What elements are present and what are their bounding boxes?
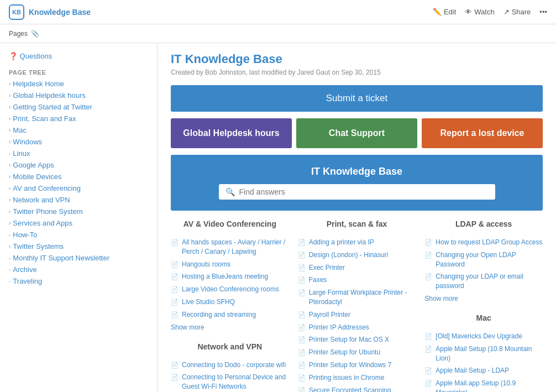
sidebar-item-twitter-phone[interactable]: › Twitter Phone System	[0, 206, 157, 217]
ldap-show-more[interactable]: Show more	[424, 292, 458, 305]
arrow-icon: -	[9, 266, 11, 273]
arrow-icon: ›	[9, 185, 11, 191]
share-button[interactable]: ↗ Share	[503, 8, 531, 16]
list-item[interactable]: 📄Printer Setup for Windows 7	[298, 359, 416, 372]
sidebar-questions[interactable]: ❓ Questions	[0, 50, 157, 65]
list-item[interactable]: 📄Printer IP Addresses	[298, 321, 416, 334]
submit-ticket-banner[interactable]: Submit a ticket	[171, 85, 543, 112]
arrow-icon: ›	[9, 116, 11, 122]
doc-icon: 📄	[171, 273, 179, 281]
list-item[interactable]: 📄Exec Printer	[298, 262, 416, 274]
sidebar-item-mac[interactable]: › Mac	[0, 124, 157, 136]
arrow-icon: ›	[9, 104, 11, 110]
av-show-more[interactable]: Show more	[171, 321, 204, 333]
col-print: Print, scan & fax 📄Adding a printer via …	[298, 219, 416, 392]
more-button[interactable]: •••	[539, 8, 547, 16]
sidebar: ❓ Questions PAGE TREE › Helpdesk Home › …	[0, 43, 158, 392]
sidebar-item-newsletter[interactable]: - Monthly IT Support Newsletter	[0, 252, 157, 264]
arrow-icon: ›	[9, 139, 11, 145]
print-category-title: Print, scan & fax	[298, 219, 416, 231]
col-av-network: AV & Video Conferencing 📄 All hands spac…	[171, 219, 289, 392]
list-item[interactable]: 📄Apple Mail Setup - LDAP	[424, 364, 543, 377]
list-item[interactable]: 📄 Hangouts rooms	[171, 258, 289, 271]
doc-icon: 📄	[171, 238, 179, 247]
list-item[interactable]: 📄Design (London) - Hinasuri	[298, 249, 416, 262]
sidebar-item-print-scan-fax[interactable]: › Print, Scan and Fax	[0, 113, 157, 124]
edit-button[interactable]: ✏️ Edit	[433, 8, 456, 16]
sidebar-item-getting-started[interactable]: › Getting Started at Twitter	[0, 101, 157, 113]
doc-icon: 📄	[298, 276, 306, 284]
kb-search-box[interactable]: 🔍	[219, 184, 495, 200]
sidebar-item-network-vpn[interactable]: › Network and VPN	[0, 194, 157, 206]
list-item[interactable]: 📄 All hands spaces - Aviary / Harrier / …	[171, 236, 289, 258]
report-lost-device-button[interactable]: Report a lost device	[422, 118, 543, 148]
sidebar-item-windows[interactable]: › Windows	[0, 136, 157, 148]
list-item[interactable]: 📄Apple Mail.app Setup (10.9 Mavericks)	[424, 377, 543, 392]
list-item[interactable]: 📄 Large Video Conferencing rooms	[171, 283, 289, 296]
doc-icon: 📄	[298, 361, 306, 369]
list-item[interactable]: 📄Large Format Workplace Printer - Pterod…	[298, 286, 416, 309]
arrow-icon: ›	[9, 208, 11, 215]
list-item[interactable]: 📄 Connecting to Personal Device and Gues…	[171, 371, 289, 392]
sidebar-item-how-to[interactable]: - How-To	[0, 229, 157, 241]
logo-text: Knowledge Base	[29, 8, 91, 17]
doc-icon: 📄	[298, 251, 306, 259]
mac-category-title: Mac	[424, 313, 543, 325]
list-item[interactable]: 📄 Connecting to Dodo - corporate wifi	[171, 359, 289, 372]
chat-support-button[interactable]: Chat Support	[296, 118, 417, 148]
categories-grid: AV & Video Conferencing 📄 All hands spac…	[171, 219, 543, 392]
doc-icon: 📄	[298, 386, 306, 392]
list-item[interactable]: 📄Secure Encrypted Scanning	[298, 384, 416, 392]
sidebar-item-mobile-devices[interactable]: › Mobile Devices	[0, 171, 157, 182]
arrow-icon: ›	[9, 243, 11, 249]
sidebar-item-helpdesk-home[interactable]: › Helpdesk Home	[0, 78, 157, 90]
doc-icon: 📄	[171, 298, 179, 306]
doc-icon: 📄	[424, 345, 432, 353]
list-item[interactable]: 📄 Live Studio SFHQ	[171, 296, 289, 309]
list-item[interactable]: 📄Apple Mail Setup (10.8 Mountain Lion)	[424, 343, 543, 365]
list-item[interactable]: 📄[Old] Mavericks Dev Upgrade	[424, 330, 543, 343]
list-item[interactable]: 📄Payroll Printer	[298, 309, 416, 321]
sidebar-item-archive[interactable]: - Archive	[0, 264, 157, 275]
sidebar-item-linux[interactable]: - Linux	[0, 148, 157, 159]
sidebar-item-google-apps[interactable]: › Google Apps	[0, 159, 157, 171]
sidebar-item-services-apps[interactable]: › Services and Apps	[0, 217, 157, 229]
questions-link[interactable]: ❓ Questions	[9, 52, 148, 60]
search-input[interactable]	[239, 187, 489, 196]
sidebar-item-traveling[interactable]: - Traveling	[0, 275, 157, 287]
doc-icon: 📄	[298, 374, 306, 382]
list-item[interactable]: 📄How to request LDAP Group Access	[424, 236, 543, 249]
arrow-icon: -	[9, 232, 11, 238]
arrow-icon: ›	[9, 197, 11, 203]
doc-icon: 📄	[298, 348, 306, 357]
av-category-title: AV & Video Conferencing	[171, 219, 289, 231]
sidebar-item-twitter-systems[interactable]: › Twitter Systems	[0, 241, 157, 252]
sidebar-item-global-helpdesk[interactable]: › Global Helpdesk hours	[0, 90, 157, 101]
logo-icon: KB	[9, 4, 24, 20]
list-item[interactable]: 📄Changing your Open LDAP Password	[424, 249, 543, 271]
list-item[interactable]: 📄Changing your LDAP or email password	[424, 270, 543, 292]
list-item[interactable]: 📄Printer Setup for Ubuntu	[298, 346, 416, 359]
sidebar-item-av-conferencing[interactable]: › AV and Conferencing	[0, 182, 157, 194]
doc-icon: 📄	[424, 367, 432, 375]
watch-button[interactable]: 👁 Watch	[465, 8, 494, 16]
doc-icon: 📄	[424, 332, 432, 341]
pages-label: Pages 📎	[9, 30, 39, 38]
page-meta: Created by Bob Johnston, last modified b…	[171, 69, 543, 76]
doc-icon: 📄	[171, 311, 179, 319]
list-item[interactable]: 📄 Recording and streaming	[171, 309, 289, 321]
arrow-icon: ›	[9, 174, 11, 180]
kb-search-banner: IT Knowledge Base 🔍	[171, 155, 543, 211]
list-item[interactable]: 📄Adding a printer via IP	[298, 236, 416, 249]
list-item[interactable]: 📄Printing issues in Chrome	[298, 372, 416, 384]
doc-icon: 📄	[298, 289, 306, 297]
list-item[interactable]: 📄Faxes	[298, 274, 416, 286]
page-title: IT Knowledge Base	[171, 52, 543, 66]
arrow-icon: -	[9, 150, 11, 156]
list-item[interactable]: 📄Printer Setup for Mac OS X	[298, 333, 416, 346]
doc-icon: 📄	[171, 260, 179, 269]
list-item[interactable]: 📄 Hosting a BlueJeans meeting	[171, 270, 289, 283]
doc-icon: 📄	[298, 336, 306, 344]
main-layout: ❓ Questions PAGE TREE › Helpdesk Home › …	[0, 43, 556, 392]
helpdesk-hours-button[interactable]: Global Helpdesk hours	[171, 118, 292, 148]
